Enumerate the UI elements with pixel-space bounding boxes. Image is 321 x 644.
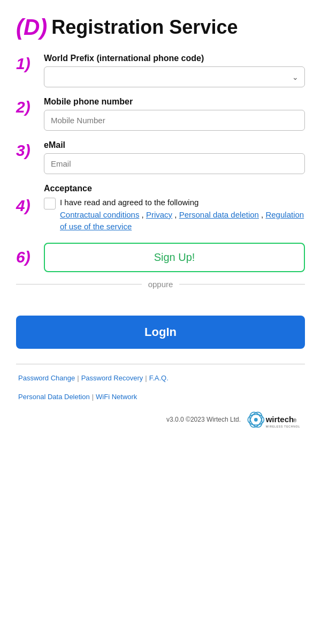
- page-title: Registration Service: [51, 17, 238, 38]
- email-field: eMail: [44, 140, 305, 174]
- email-input[interactable]: [44, 153, 305, 174]
- version-text: v3.0.0 ©2023 Wirtech Ltd.: [166, 416, 241, 423]
- password-recovery-link[interactable]: Password Recovery: [81, 374, 143, 382]
- wirtech-logo-svg: wirtech WIRELESS TECHNOLOGIES ®: [246, 406, 300, 433]
- acceptance-content: I have read and agreed to the following …: [44, 197, 305, 233]
- email-label: eMail: [44, 140, 305, 150]
- page-header: (D) Registration Service: [16, 16, 305, 39]
- divider-line-left: [16, 284, 142, 284]
- signup-row: 6) Sign Up!: [16, 243, 305, 272]
- footer-links-line1: Password Change | Password Recovery | F.…: [16, 374, 305, 382]
- acceptance-section: Acceptance 4) I have read and agreed to …: [16, 184, 305, 233]
- step2-label: 2): [16, 98, 44, 116]
- signup-button[interactable]: Sign Up!: [44, 243, 305, 272]
- step1-row: 1) World Prefix (international phone cod…: [16, 54, 305, 87]
- footer-links-line2: Personal Data Deletion | WiFi Network: [16, 393, 305, 401]
- wirtech-logo: wirtech WIRELESS TECHNOLOGIES ®: [246, 406, 300, 433]
- world-prefix-select[interactable]: +1 (USA/Canada) +39 (Italy) +44 (UK) +49…: [44, 66, 305, 87]
- acceptance-check-row: I have read and agreed to the following …: [44, 197, 305, 233]
- acceptance-checkbox[interactable]: [44, 198, 56, 209]
- world-prefix-select-wrapper[interactable]: +1 (USA/Canada) +39 (Italy) +44 (UK) +49…: [44, 66, 305, 87]
- step3-label: 3): [16, 141, 44, 160]
- d-label: (D): [16, 16, 47, 39]
- divider-text: oppure: [142, 280, 180, 289]
- faq-link[interactable]: F.A.Q.: [149, 374, 169, 382]
- privacy-link[interactable]: Privacy: [146, 210, 172, 219]
- world-prefix-label: World Prefix (international phone code): [44, 54, 305, 63]
- login-button[interactable]: LogIn: [16, 316, 305, 349]
- personal-data-deletion-link[interactable]: Personal data deletion: [179, 210, 259, 219]
- acceptance-row: 4) I have read and agreed to the followi…: [16, 197, 305, 233]
- wifi-network-link[interactable]: WiFi Network: [96, 393, 137, 401]
- svg-text:wirtech: wirtech: [265, 414, 294, 423]
- step4-label: 4): [16, 197, 44, 215]
- divider-line-right: [179, 284, 305, 284]
- step6-label: 6): [16, 248, 44, 266]
- acceptance-label: Acceptance: [44, 184, 305, 193]
- mobile-label: Mobile phone number: [44, 97, 305, 107]
- divider-row: oppure: [16, 280, 305, 289]
- svg-text:®: ®: [293, 417, 296, 423]
- svg-point-3: [254, 418, 258, 422]
- bottom-divider: [16, 364, 305, 364]
- password-change-link[interactable]: Password Change: [18, 374, 75, 382]
- mobile-input[interactable]: [44, 110, 305, 131]
- step2-row: 2) Mobile phone number: [16, 97, 305, 131]
- personal-data-deletion-footer-link[interactable]: Personal Data Deletion: [18, 393, 90, 401]
- contractual-conditions-link[interactable]: Contractual conditions: [60, 210, 139, 219]
- mobile-field: Mobile phone number: [44, 97, 305, 131]
- step3-row: 3) eMail: [16, 140, 305, 174]
- svg-text:WIRELESS TECHNOLOGIES: WIRELESS TECHNOLOGIES: [266, 424, 300, 428]
- logo-section: v3.0.0 ©2023 Wirtech Ltd. wirtech WIRELE…: [16, 406, 305, 433]
- world-prefix-field: World Prefix (international phone code) …: [44, 54, 305, 87]
- step1-label: 1): [16, 55, 44, 73]
- acceptance-text: I have read and agreed to the following …: [60, 197, 305, 233]
